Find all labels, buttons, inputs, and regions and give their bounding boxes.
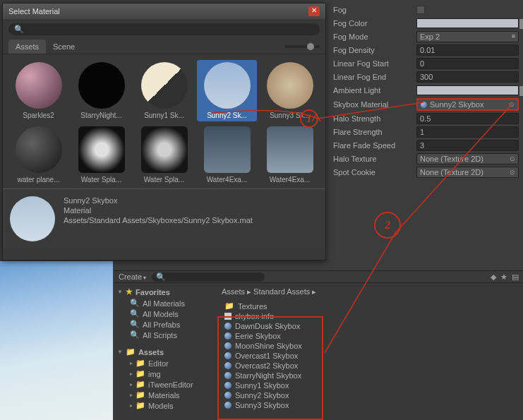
text-icon (224, 313, 232, 320)
search-input[interactable] (27, 25, 314, 34)
halo-texture-field[interactable]: None (Texture 2D) (416, 153, 519, 164)
material-label: Sunny1 Sk... (136, 112, 192, 119)
material-item[interactable]: Water Spla... (71, 124, 131, 186)
material-icon (224, 342, 232, 349)
material-icon (421, 102, 427, 108)
material-thumb (78, 126, 125, 173)
material-item[interactable]: Water4Exa... (197, 124, 257, 186)
preview-type: Material (64, 206, 253, 215)
file-item[interactable]: 📁Textures (219, 301, 520, 311)
filter-icon[interactable]: ◆ (491, 272, 496, 282)
material-item[interactable]: water plane... (8, 124, 68, 186)
lin-fog-start-input[interactable]: 0 (416, 58, 519, 69)
material-label: Sunny2 Sk... (199, 112, 255, 119)
project-tree: ▼★Favorites 🔍All Materials🔍All Models🔍Al… (114, 283, 216, 420)
breadcrumb[interactable]: Assets ▸ Standard Assets ▸ (219, 286, 520, 298)
fog-checkbox[interactable] (416, 6, 425, 14)
fog-mode-dropdown[interactable]: Exp 2 (416, 31, 519, 42)
material-item[interactable]: Water Spla... (134, 124, 194, 186)
material-thumb (141, 62, 188, 109)
folder-item[interactable]: ▸📁iTweenEditor (117, 379, 213, 390)
material-icon (224, 323, 232, 330)
spot-cookie-field[interactable]: None (Texture 2D) (416, 167, 519, 178)
skybox-material-field[interactable]: Sunny2 Skybox (416, 98, 519, 111)
material-label: Water4Exa... (199, 176, 255, 184)
material-label: StarryNight... (73, 112, 129, 119)
skybox-item[interactable]: Eerie Skybox (219, 331, 520, 341)
ambient-color-field[interactable] (416, 85, 519, 95)
halo-strength-input[interactable]: 0.5 (416, 113, 519, 124)
material-item[interactable]: Sunny1 Sk... (134, 60, 194, 121)
star-icon[interactable]: ★ (500, 272, 507, 282)
star-icon: ★ (126, 287, 133, 296)
material-item[interactable]: Sparkles2 (8, 60, 68, 121)
folder-item[interactable]: ▸📁Materials (117, 390, 213, 400)
create-dropdown[interactable]: Create (119, 272, 146, 281)
skybox-item[interactable]: Overcast1 Skybox (219, 351, 520, 361)
preview-path: Assets/Standard Assets/Skyboxes/Sunny2 S… (64, 216, 253, 224)
close-button[interactable]: ✕ (308, 6, 320, 16)
assets-header[interactable]: ▼📁Assets (117, 346, 213, 358)
preview-thumb (10, 196, 55, 241)
label-ambient: Ambient Light (333, 86, 416, 95)
material-icon (224, 362, 232, 369)
material-label: Water Spla... (73, 176, 129, 184)
skybox-item[interactable]: StarryNight Skybox (219, 371, 520, 380)
project-content: Assets ▸ Standard Assets ▸ 📁Texturesskyb… (216, 283, 523, 420)
search-icon: 🔍 (130, 309, 140, 318)
label-halo-str: Halo Strength (333, 114, 416, 123)
folder-icon: 📁 (136, 401, 145, 410)
label-flare-str: Flare Strength (333, 128, 416, 136)
folder-item[interactable]: ▸📁Editor (117, 358, 213, 368)
fog-color-field[interactable] (416, 18, 519, 28)
favorite-item[interactable]: 🔍All Prefabs (117, 319, 213, 330)
flare-fade-input[interactable]: 3 (416, 140, 519, 151)
fog-density-input[interactable]: 0.01 (416, 44, 519, 56)
folder-icon: 📁 (136, 390, 145, 400)
skybox-item[interactable]: Sunny3 Skybox (219, 400, 520, 410)
flare-strength-input[interactable]: 1 (416, 126, 519, 138)
skybox-item[interactable]: Sunny2 Skybox (219, 390, 520, 400)
annotation-2: 2 (374, 212, 401, 239)
thumbnail-size-slider[interactable] (284, 45, 320, 48)
project-search[interactable]: 🔍 (152, 272, 265, 282)
favorite-item[interactable]: 🔍All Scripts (117, 330, 213, 340)
search-bar[interactable]: 🔍 (8, 23, 320, 35)
favorite-item[interactable]: 🔍All Models (117, 308, 213, 319)
material-item[interactable]: Water4Exa... (260, 124, 320, 186)
lin-fog-end-input[interactable]: 300 (416, 71, 519, 83)
search-icon: 🔍 (130, 320, 140, 329)
material-icon (224, 392, 232, 399)
label-spot-cookie: Spot Cookie (333, 168, 416, 176)
skybox-item[interactable]: DawnDusk Skybox (219, 321, 520, 331)
folder-item[interactable]: ▸📁Models (117, 400, 213, 411)
material-thumb (204, 126, 251, 173)
file-item[interactable]: skybox info (219, 311, 520, 321)
window-titlebar[interactable]: Select Material ✕ (3, 4, 325, 19)
label-fog-color: Fog Color (333, 19, 416, 28)
material-item[interactable]: StarryNight... (71, 60, 131, 121)
search-icon: 🔍 (130, 299, 140, 308)
label-fog: Fog (333, 6, 416, 14)
tab-scene[interactable]: Scene (46, 40, 82, 54)
folder-icon: 📁 (136, 359, 145, 368)
folder-item[interactable]: ▸📁img (117, 368, 213, 379)
material-thumb (267, 126, 313, 173)
material-label: Water Spla... (136, 176, 192, 184)
skybox-item[interactable]: Sunny1 Skybox (219, 380, 520, 390)
skybox-item[interactable]: MoonShine Skybox (219, 341, 520, 351)
material-thumb (267, 62, 313, 109)
menu-icon[interactable]: ▤ (512, 272, 519, 282)
material-item[interactable]: Sunny3 Sk... (260, 60, 320, 121)
favorites-header[interactable]: ▼★Favorites (117, 286, 213, 298)
material-thumb (78, 62, 125, 109)
favorite-item[interactable]: 🔍All Materials (117, 298, 213, 308)
tab-assets[interactable]: Assets (8, 40, 46, 54)
label-halo-tex: Halo Texture (333, 155, 416, 163)
label-lin-fog-start: Linear Fog Start (333, 59, 416, 68)
scene-viewport (0, 261, 113, 420)
material-label: Sparkles2 (11, 112, 66, 119)
skybox-item[interactable]: Overcast2 Skybox (219, 361, 520, 371)
material-icon (224, 382, 232, 389)
material-item[interactable]: Sunny2 Sk... (197, 60, 257, 121)
